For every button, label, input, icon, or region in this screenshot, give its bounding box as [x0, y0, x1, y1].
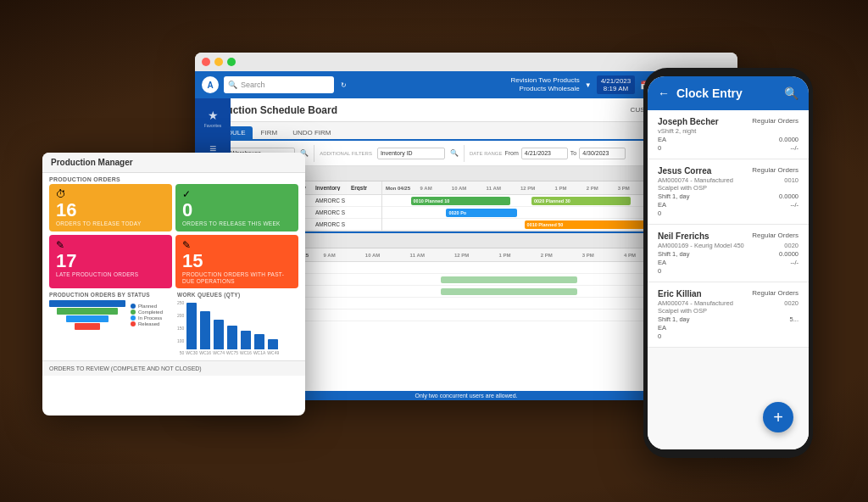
funnel-chart [49, 300, 125, 330]
qty-jesus: 0 [658, 209, 751, 217]
dashboard-window: Production Manager PRODUCTION ORDERS ⏱ 1… [42, 153, 305, 416]
gantt-date: Mon 04/25 [386, 186, 410, 191]
ctime-2pm: 2 PM [541, 253, 553, 258]
gantt-bar-label-1: 0010 Planned 10 [414, 198, 450, 204]
kpi-label-3: PRODUCTION ORDERS WITH PAST-DUE OPERATIO… [182, 271, 292, 285]
kpi-release-today: ⏱ 16 ORDERS TO RELEASE TODAY [49, 184, 172, 231]
from-input[interactable]: 4/21/2023 [521, 148, 568, 159]
worker-name-eric: Eric Killian [658, 289, 751, 298]
bar-col-wc16: WC16 [199, 311, 211, 355]
dashboard-footer-text: ORDERS TO REVIEW (COMPLETE AND NOT CLOSE… [49, 365, 202, 371]
order-detail-neil: AM000169 - Keurig Model 450 [658, 242, 751, 249]
qty-row-joseph: 0 --/- [658, 144, 798, 152]
dropdown-icon[interactable]: ▼ [585, 81, 592, 89]
phone-search-button[interactable]: 🔍 [784, 86, 798, 100]
to-label: To [570, 150, 576, 156]
from-value: 4/21/2023 [525, 150, 551, 156]
bar-label-wc49: WC49 [267, 350, 279, 355]
tab-firm[interactable]: FIRM [254, 126, 285, 139]
check-icon: ✓ [182, 188, 292, 200]
gantt-bar-label-2: 0020 Planned 30 [534, 198, 570, 204]
refresh-icon[interactable]: ↻ [341, 81, 347, 89]
qty-neil: 0 [658, 267, 751, 275]
inventory-input[interactable]: Inventory ID [377, 148, 445, 159]
ea-row-neil: EA --/- [658, 259, 798, 266]
ctime-3pm: 3 PM [582, 253, 594, 258]
time-2pm: 2 PM [587, 186, 598, 191]
order-num-eric: 0020 [752, 299, 798, 315]
kpi-past-due: ✎ 15 PRODUCTION ORDERS WITH PAST-DUE OPE… [175, 235, 298, 289]
maximize-dot[interactable] [227, 58, 236, 66]
order-num-joseph [752, 127, 798, 135]
shift-eric: Shift 1, day [658, 315, 751, 323]
unit-neil: EA [658, 259, 666, 266]
bar-label-wc1a: WC1A [253, 350, 265, 355]
legend-completed: Completed [131, 310, 163, 315]
legend-inprocess: In Process [131, 315, 163, 321]
ctime-4pm: 4 PM [624, 253, 636, 258]
bar-wc1a [254, 334, 264, 349]
legend-dot-completed [131, 310, 136, 315]
window-titlebar [195, 53, 737, 71]
order-type-jesus: Regular Orders [752, 166, 798, 176]
inventory-search-icon[interactable]: 🔍 [450, 149, 459, 157]
phone-topbar: ← Clock Entry 🔍 [648, 76, 809, 110]
changes-bar-3 [441, 288, 578, 295]
to-input[interactable]: 4/30/2023 [579, 148, 626, 159]
search-box[interactable]: 🔍 Search [224, 76, 334, 93]
time-12pm: 12 PM [520, 186, 535, 191]
inventory-filter: Inventory ID [377, 148, 445, 159]
minimize-dot[interactable] [214, 58, 223, 66]
status-chart-label: PRODUCTION ORDERS BY STATUS [49, 292, 170, 298]
kpi-label-0: ORDERS TO RELEASE TODAY [56, 220, 165, 227]
kpi-number-3: 15 [182, 252, 292, 271]
qty-eric: 0 [658, 332, 751, 340]
close-dot[interactable] [202, 58, 210, 66]
gantt-bar-1[interactable]: 0010 Planned 10 [411, 197, 510, 205]
clock-entry-joseph[interactable]: Joseph Becher Regular Orders vShift 2, n… [648, 110, 809, 159]
order-type-joseph: Regular Orders [752, 117, 798, 126]
gantt-bar-label-4: 0010 Planned 50 [527, 222, 564, 227]
filter-divider-2 [464, 145, 465, 162]
legend-dot-inprocess [131, 315, 136, 321]
unit-joseph: EA [658, 136, 666, 143]
clock-entry-jesus[interactable]: Jesus Correa Regular Orders AM000074 - M… [648, 159, 809, 225]
bar-chart: WC30 WC16 WC74 WC75 [186, 304, 279, 355]
funnel-slice-released [75, 323, 100, 330]
worker-name-jesus: Jesus Correa [658, 166, 751, 176]
y-250: 250 [177, 300, 184, 305]
gantt-bar-4[interactable]: 0010 Planned 50 [525, 220, 659, 229]
work-queues-chart: 250 200 150 100 50 WC30 WC16 [177, 300, 298, 355]
kpi-number-0: 16 [56, 201, 165, 220]
qty-joseph: 0 [658, 144, 661, 152]
y-axis: 250 200 150 100 50 [177, 300, 184, 355]
dashboard-section-label: PRODUCTION ORDERS [42, 173, 305, 184]
legend-planned: Planned [131, 304, 163, 309]
fab-icon: + [773, 408, 783, 427]
gantt-bar-3[interactable]: 0020 Po [446, 209, 517, 217]
ctime-10am: 10 AM [365, 253, 380, 258]
fab-add-button[interactable]: + [763, 402, 793, 432]
order-type-eric: Regular Orders [752, 289, 798, 298]
clock-entry-neil[interactable]: Neil Frerichs Regular Orders AM000169 - … [648, 225, 809, 282]
rate-neil: 0.0000 [752, 250, 798, 258]
order-type-neil: Regular Orders [752, 231, 798, 241]
gantt-bar-2[interactable]: 0020 Planned 30 [531, 197, 631, 205]
time-value: 8:19 AM [601, 85, 632, 92]
shift-neil: Shift 1, day [658, 250, 751, 258]
gantt-bar-label-3: 0020 Po [448, 210, 466, 215]
bar-col-wc49: WC49 [267, 339, 279, 355]
back-button[interactable]: ← [658, 86, 670, 100]
bar-label-wc16b: WC16 [240, 350, 252, 355]
tab-undo-firm[interactable]: UNDO FIRM [286, 126, 337, 139]
shift-joseph: vShift 2, night [658, 127, 751, 135]
bar-label-wc74: WC74 [213, 350, 225, 355]
clock-entry-eric[interactable]: Eric Killian Regular Orders AM000074 - M… [648, 282, 809, 348]
changes-bar-2 [441, 276, 578, 283]
y-200: 200 [177, 313, 184, 318]
ea-joseph: EA 0.0000 [658, 136, 798, 143]
topbar-product-info: Revision Two Products Products Wholesale [511, 76, 580, 94]
kpi-number-2: 17 [56, 252, 165, 271]
rate-jesus: 0.0000 [752, 192, 798, 200]
sidebar-item-favorites[interactable]: ★ Favorites [197, 102, 229, 134]
